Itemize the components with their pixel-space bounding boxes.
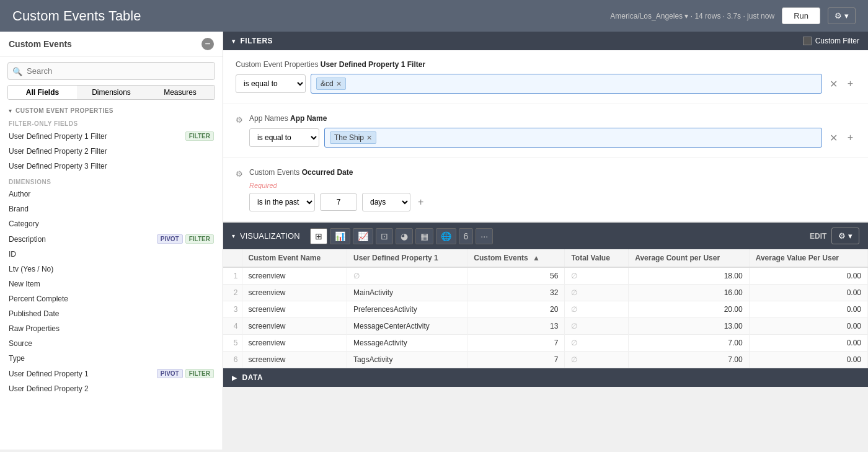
table-row: 4 screenview MessageCenterActivity 13 ∅ …: [223, 318, 868, 335]
sidebar-item-published-date[interactable]: Published Date: [0, 306, 223, 321]
item-label: New Item: [9, 280, 40, 288]
tab-dimensions[interactable]: Dimensions: [77, 86, 146, 99]
visualization-panel: ▾ VISUALIZATION ⊞ 📊 📈 ⊡ ◕ ▦ 🌐 6 ···: [223, 223, 868, 368]
item-label: Type: [9, 354, 25, 363]
custom-filter-toggle[interactable]: Custom Filter: [803, 37, 859, 45]
cell-udp1: MessageActivity: [347, 335, 467, 352]
viz-tab-table[interactable]: ⊞: [310, 228, 327, 244]
custom-filter-checkbox[interactable]: [803, 37, 812, 45]
filter-add-button[interactable]: +: [845, 76, 856, 92]
cell-event-name: screenview: [242, 285, 347, 301]
date-operator-select[interactable]: is in the past is before is after: [249, 193, 315, 211]
run-button[interactable]: Run: [782, 7, 820, 24]
sidebar-item-category[interactable]: Category: [0, 216, 223, 231]
cell-avg-count: 16.00: [629, 285, 750, 301]
header-row: Custom Event Name User Defined Property …: [223, 249, 868, 267]
filter-row: is in the past is before is after days w…: [249, 193, 856, 211]
sidebar-item-udp1[interactable]: User Defined Property 1 PIVOT FILTER: [0, 366, 223, 381]
sidebar-item-brand[interactable]: Brand: [0, 202, 223, 216]
filters-header-left: ▾ FILTERS: [232, 37, 273, 45]
viz-tab-area[interactable]: ▦: [415, 228, 433, 244]
sidebar-item-description[interactable]: Description PIVOT FILTER: [0, 231, 223, 247]
filter-badge: FILTER: [185, 369, 214, 378]
search-box: 🔍: [7, 62, 215, 80]
filters-panel-header[interactable]: ▾ FILTERS Custom Filter: [223, 32, 868, 50]
filter-operator-select[interactable]: is equal to is not equal to contains: [236, 74, 306, 93]
cell-total-value: ∅: [565, 285, 629, 301]
sidebar-item-raw-properties[interactable]: Raw Properties: [0, 321, 223, 336]
filter-clear-button[interactable]: ✕: [827, 130, 840, 146]
viz-tab-line[interactable]: 📈: [353, 228, 373, 244]
row-num: 3: [223, 301, 242, 318]
filter-block-content: Custom Events Occurred Date Required is …: [249, 168, 856, 211]
viz-chevron-icon: ▾: [232, 233, 235, 239]
filter-prefix: App Names: [249, 114, 290, 123]
cell-count: 7: [467, 352, 565, 368]
edit-button[interactable]: EDIT: [810, 232, 826, 241]
data-panel-header[interactable]: ▶ DATA: [223, 368, 868, 387]
col-udp1: User Defined Property 1: [347, 249, 467, 267]
filter-gear-icon[interactable]: ⚙: [236, 169, 243, 179]
filter-badge: FILTER: [185, 131, 214, 141]
row-num: 6: [223, 352, 242, 368]
cell-avg-count: 20.00: [629, 301, 750, 318]
search-input[interactable]: [7, 62, 215, 80]
sidebar-item-udp2[interactable]: User Defined Property 2: [0, 381, 223, 396]
collapse-sidebar-button[interactable]: −: [202, 38, 214, 50]
sidebar-item-udp3-filter[interactable]: User Defined Property 3 Filter: [0, 159, 223, 174]
settings-button[interactable]: ⚙ ▾: [828, 7, 856, 24]
item-label: Percent Complete: [9, 295, 68, 303]
col-custom-events[interactable]: Custom Events ▲: [467, 249, 565, 267]
item-label: Source: [9, 339, 32, 348]
cell-total-value: ∅: [565, 301, 629, 318]
sidebar-item-new-item[interactable]: New Item: [0, 277, 223, 291]
filter-block-appname: ⚙ App Names App Name is equal to is not …: [223, 104, 868, 158]
filter-add-button[interactable]: +: [845, 130, 856, 146]
sidebar-item-type[interactable]: Type: [0, 351, 223, 366]
sidebar-item-id[interactable]: ID: [0, 247, 223, 262]
viz-tab-extra[interactable]: ···: [476, 228, 493, 244]
pivot-badge: PIVOT: [157, 234, 183, 244]
filter-clear-button[interactable]: ✕: [827, 76, 840, 92]
viz-type-tabs: ⊞ 📊 📈 ⊡ ◕ ▦ 🌐 6 ···: [310, 228, 493, 244]
sidebar-item-ltv[interactable]: Ltv (Yes / No): [0, 262, 223, 277]
item-label: Category: [9, 219, 39, 228]
search-icon: 🔍: [12, 66, 22, 76]
sidebar-item-source[interactable]: Source: [0, 336, 223, 351]
viz-tab-bar[interactable]: 📊: [330, 228, 350, 244]
filter-operator-select[interactable]: is equal to is not equal to: [249, 128, 319, 147]
date-filter-add-button[interactable]: +: [415, 194, 426, 210]
viz-settings-button[interactable]: ⚙ ▾: [831, 228, 859, 244]
viz-tab-more[interactable]: 6: [459, 228, 474, 244]
cell-count: 13: [467, 318, 565, 335]
row-num: 1: [223, 267, 242, 285]
cell-count: 7: [467, 335, 565, 352]
filter-field-name: Occurred Date: [302, 168, 353, 177]
viz-tab-map[interactable]: 🌐: [436, 228, 456, 244]
cell-total-value: ∅: [565, 318, 629, 335]
filter-required-label: Required: [249, 182, 856, 189]
viz-tab-scatter[interactable]: ⊡: [376, 228, 393, 244]
sidebar-item-udp1-filter[interactable]: User Defined Property 1 Filter FILTER: [0, 128, 223, 144]
sidebar-item-udp2-filter[interactable]: User Defined Property 2 Filter: [0, 144, 223, 159]
cell-total-value: ∅: [565, 335, 629, 352]
filter-field-name: App Name: [290, 114, 327, 123]
filter-tag-input[interactable]: &cd ✕: [311, 74, 822, 94]
date-value-input[interactable]: [320, 193, 357, 211]
date-unit-select[interactable]: days weeks months: [362, 193, 410, 211]
filter-gear-icon[interactable]: ⚙: [236, 115, 243, 125]
sidebar-item-author[interactable]: Author: [0, 187, 223, 202]
app-header: Custom Events Table America/Los_Angeles …: [0, 0, 868, 32]
col-row-num: [223, 249, 242, 267]
sidebar-item-label: User Defined Property 1 Filter: [9, 132, 107, 141]
tag-remove-icon[interactable]: ✕: [336, 80, 342, 88]
cell-avg-count: 7.00: [629, 335, 750, 352]
sidebar-item-percent-complete[interactable]: Percent Complete: [0, 291, 223, 306]
tab-measures[interactable]: Measures: [146, 86, 215, 99]
filter-block-udp1: Custom Event Properties User Defined Pro…: [223, 50, 868, 104]
filter-block-label: Custom Event Properties User Defined Pro…: [236, 60, 856, 69]
tab-all-fields[interactable]: All Fields: [8, 86, 77, 99]
filter-tag-input[interactable]: The Ship ✕: [324, 128, 822, 148]
tag-remove-icon[interactable]: ✕: [366, 134, 372, 142]
viz-tab-pie[interactable]: ◕: [396, 228, 413, 244]
